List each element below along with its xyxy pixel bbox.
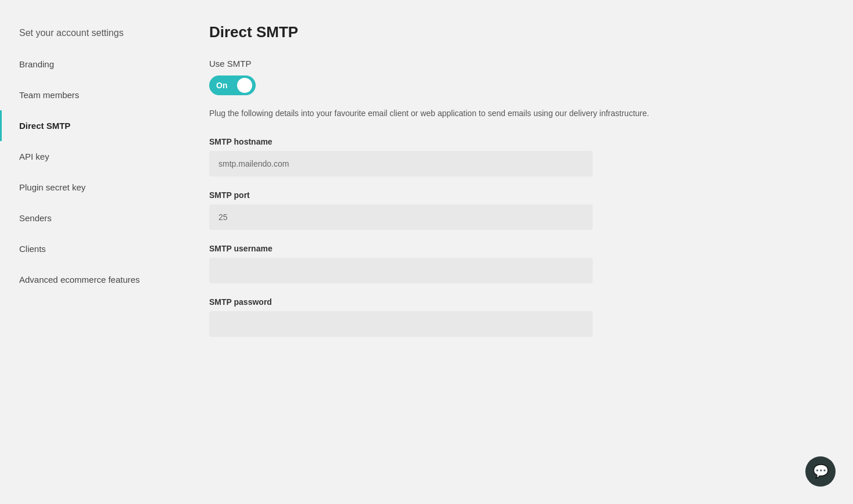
field-label-smtp-password: SMTP password: [209, 297, 818, 307]
sidebar-item-api-key[interactable]: API key: [0, 141, 174, 172]
fields-container: SMTP hostnameSMTP portSMTP usernameSMTP …: [209, 137, 818, 337]
sidebar-item-team-members[interactable]: Team members: [0, 80, 174, 110]
main-content: Direct SMTP Use SMTP On Plug the followi…: [174, 0, 853, 504]
page-title: Direct SMTP: [209, 23, 818, 41]
field-input-smtp-hostname[interactable]: [209, 151, 593, 177]
sidebar-item-advanced-ecommerce[interactable]: Advanced ecommerce features: [0, 264, 174, 295]
chat-button[interactable]: 💬: [805, 456, 836, 487]
use-smtp-section: Use SMTP On: [209, 59, 818, 95]
sidebar: Set your account settingsBrandingTeam me…: [0, 0, 174, 504]
sidebar-item-senders[interactable]: Senders: [0, 203, 174, 233]
sidebar-item-clients[interactable]: Clients: [0, 233, 174, 264]
field-label-smtp-hostname: SMTP hostname: [209, 137, 818, 146]
sidebar-item-direct-smtp[interactable]: Direct SMTP: [0, 110, 174, 141]
sidebar-item-account-settings[interactable]: Set your account settings: [0, 17, 174, 49]
field-group-smtp-password: SMTP password: [209, 297, 818, 337]
sidebar-item-plugin-secret-key[interactable]: Plugin secret key: [0, 172, 174, 203]
toggle-label: On: [216, 81, 227, 90]
sidebar-item-branding[interactable]: Branding: [0, 49, 174, 80]
field-group-smtp-username: SMTP username: [209, 244, 818, 283]
toggle-knob: [237, 78, 252, 93]
field-group-smtp-hostname: SMTP hostname: [209, 137, 818, 177]
description-text: Plug the following details into your fav…: [209, 107, 732, 120]
field-input-smtp-password[interactable]: [209, 311, 593, 337]
smtp-toggle[interactable]: On: [209, 75, 256, 95]
field-input-smtp-port[interactable]: [209, 204, 593, 230]
field-label-smtp-username: SMTP username: [209, 244, 818, 253]
field-input-smtp-username[interactable]: [209, 258, 593, 283]
chat-icon: 💬: [813, 464, 829, 479]
use-smtp-label: Use SMTP: [209, 59, 818, 69]
field-group-smtp-port: SMTP port: [209, 190, 818, 230]
field-label-smtp-port: SMTP port: [209, 190, 818, 200]
